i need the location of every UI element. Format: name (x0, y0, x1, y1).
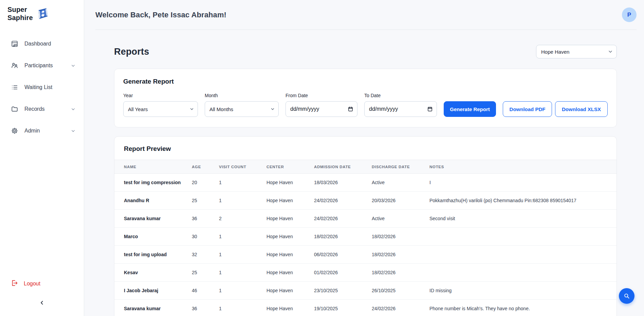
download-pdf-button[interactable]: Download PDF (503, 101, 552, 117)
participants-icon (11, 62, 18, 69)
cell-visit-count: 1 (219, 246, 266, 264)
sidebar-item-label: Participants (24, 63, 53, 69)
report-preview-card: Report Preview NAMEAGEVISIT COUNTCENTERA… (114, 136, 617, 316)
admin-gear-icon (11, 127, 18, 135)
from-date-input[interactable] (286, 101, 357, 117)
cell-visit-count: 1 (219, 282, 266, 300)
cell-center: Hope Haven (266, 264, 314, 282)
cell-age: 36 (192, 210, 219, 228)
cell-admission-date: 24/02/2026 (314, 210, 372, 228)
logout-label: Logout (24, 281, 40, 287)
download-xlsx-button[interactable]: Download XLSX (555, 101, 608, 117)
cell-admission-date: 18/03/2026 (314, 174, 372, 192)
cell-name: I Jacob Jebaraj (114, 282, 192, 300)
generate-report-title: Generate Report (123, 78, 608, 85)
cell-notes (429, 228, 617, 246)
cell-name: Marco (114, 228, 192, 246)
brand-name: Super Saphire (7, 5, 33, 22)
chevron-down-icon (71, 107, 76, 112)
cell-admission-date: 06/02/2026 (314, 246, 372, 264)
brand-line1: Super (7, 5, 33, 14)
cell-name: Saravana kumar (114, 300, 192, 316)
cell-name: Anandhu R (114, 192, 192, 210)
sidebar-item-label: Dashboard (24, 41, 51, 47)
cell-age: 32 (192, 246, 219, 264)
report-table: NAMEAGEVISIT COUNTCENTERADMISSION DATEDI… (114, 160, 617, 316)
sidebar-item-waiting-list[interactable]: Waiting List (0, 82, 84, 93)
cell-age: 25 (192, 192, 219, 210)
chevron-left-icon (39, 300, 45, 307)
chevron-down-icon (71, 128, 76, 134)
cell-admission-date: 23/10/2025 (314, 282, 372, 300)
floating-search-button[interactable] (619, 288, 634, 304)
column-header: VISIT COUNT (219, 160, 266, 174)
cell-notes (429, 264, 617, 282)
top-header: Welcome Back, Pete Issac Abraham! P (84, 0, 644, 30)
year-label: Year (123, 93, 198, 98)
cell-admission-date: 24/02/2026 (314, 192, 372, 210)
cell-discharge-date: 26/10/2025 (372, 282, 429, 300)
table-row: Saravana kumar 36 2 Hope Haven 24/02/202… (114, 210, 617, 228)
cell-center: Hope Haven (266, 282, 314, 300)
sidebar-item-label: Waiting List (24, 84, 52, 90)
generate-report-button[interactable]: Generate Report (444, 101, 496, 117)
cell-age: 20 (192, 174, 219, 192)
from-date-label: From Date (286, 93, 357, 98)
cell-name: test for img upload (114, 246, 192, 264)
cell-age: 25 (192, 264, 219, 282)
year-select[interactable]: All Years (123, 101, 198, 117)
cell-visit-count: 1 (219, 174, 266, 192)
cell-notes: Pokkamthazhu(H) variloli (po) Chemmanadu… (429, 192, 617, 210)
cell-admission-date: 18/02/2026 (314, 228, 372, 246)
records-icon (11, 105, 18, 113)
cell-age: 46 (192, 282, 219, 300)
sidebar-collapse-button[interactable] (0, 300, 84, 307)
sidebar-item-records[interactable]: Records (0, 103, 84, 115)
table-row: test for img compression 20 1 Hope Haven… (114, 174, 617, 192)
gem-logo-icon (34, 6, 50, 23)
month-select[interactable]: All Months (205, 101, 279, 117)
cell-discharge-date: 20/03/2026 (372, 192, 429, 210)
cell-center: Hope Haven (266, 300, 314, 316)
to-date-label: To Date (364, 93, 437, 98)
cell-center: Hope Haven (266, 210, 314, 228)
year-select-wrap: All Years (123, 101, 198, 117)
month-select-wrap: All Months (205, 101, 279, 117)
app-window: Super Saphire (0, 0, 644, 316)
brand-line2: Saphire (7, 14, 33, 22)
center-select[interactable]: Hope Haven (536, 45, 617, 58)
cell-discharge-date: Active (372, 210, 429, 228)
sidebar-item-dashboard[interactable]: Dashboard (0, 38, 84, 50)
cell-discharge-date: 18/02/2026 (372, 246, 429, 264)
cell-notes (429, 246, 617, 264)
sidebar-item-admin[interactable]: Admin (0, 125, 84, 137)
cell-discharge-date: 18/02/2026 (372, 264, 429, 282)
waiting-list-icon (11, 84, 18, 91)
center-select-wrap: Hope Haven (536, 45, 617, 58)
cell-discharge-date: 18/02/2026 (372, 228, 429, 246)
cell-discharge-date: Active (372, 174, 429, 192)
sidebar-item-participants[interactable]: Participants (0, 60, 84, 71)
generate-report-card: Generate Report Year All Years (114, 69, 617, 127)
table-row: Saravana kumar 36 1 Hope Haven 19/10/202… (114, 300, 617, 316)
cell-notes: ID missing (429, 282, 617, 300)
sidebar-item-label: Admin (24, 128, 40, 134)
cell-age: 30 (192, 228, 219, 246)
cell-visit-count: 2 (219, 210, 266, 228)
avatar[interactable]: P (622, 7, 637, 22)
cell-visit-count: 1 (219, 300, 266, 316)
table-row: Kesav 25 1 Hope Haven 01/02/2026 18/02/2… (114, 264, 617, 282)
column-header: ADMISSION DATE (314, 160, 372, 174)
column-header: NAME (114, 160, 192, 174)
sidebar-nav: Dashboard Participants (0, 38, 84, 137)
cell-visit-count: 1 (219, 228, 266, 246)
dashboard-icon (11, 40, 18, 48)
to-date-input[interactable] (364, 101, 437, 117)
welcome-title: Welcome Back, Pete Issac Abraham! (95, 11, 226, 19)
main-area: Welcome Back, Pete Issac Abraham! P Repo… (84, 0, 644, 316)
column-header: AGE (192, 160, 219, 174)
logout-button[interactable]: Logout (0, 277, 49, 290)
table-row: test for img upload 32 1 Hope Haven 06/0… (114, 246, 617, 264)
report-table-header-row: NAMEAGEVISIT COUNTCENTERADMISSION DATEDI… (114, 160, 617, 174)
column-header: NOTES (429, 160, 617, 174)
